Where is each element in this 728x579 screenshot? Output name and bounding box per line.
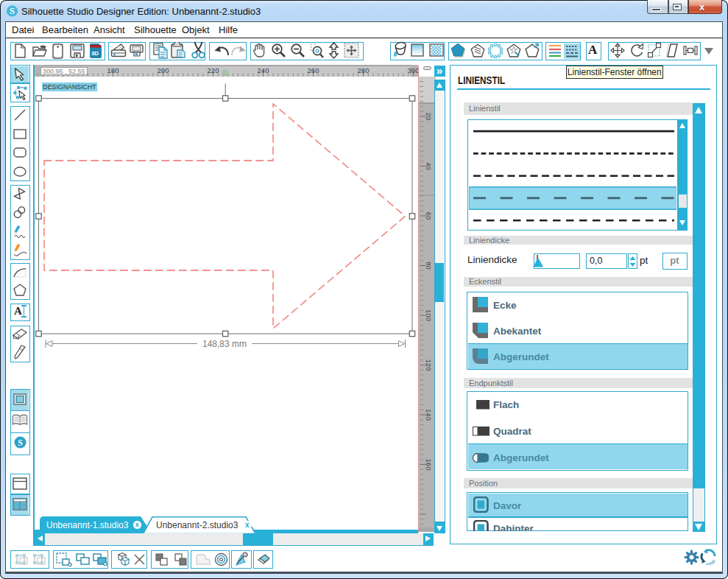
svg-text:160: 160 (425, 459, 433, 471)
svg-text:220: 220 (207, 66, 219, 74)
svg-text:S: S (10, 6, 15, 16)
svg-text:300: 300 (407, 66, 418, 74)
svg-text:S: S (18, 438, 23, 448)
svg-text:240: 240 (257, 66, 269, 74)
svg-text:60: 60 (425, 212, 433, 220)
svg-text:180: 180 (107, 66, 119, 74)
svg-text:100: 100 (425, 309, 433, 321)
svg-text:140: 140 (425, 409, 433, 421)
svg-text:280: 280 (357, 66, 369, 74)
svg-text:260: 260 (307, 66, 319, 74)
svg-text:40: 40 (425, 162, 433, 170)
svg-text:20: 20 (425, 113, 433, 121)
svg-text:148,83 mm: 148,83 mm (202, 339, 246, 349)
svg-text:120: 120 (425, 359, 433, 371)
svg-text:200: 200 (157, 66, 169, 74)
svg-text:3D: 3D (91, 50, 99, 57)
svg-text:80: 80 (425, 262, 433, 270)
